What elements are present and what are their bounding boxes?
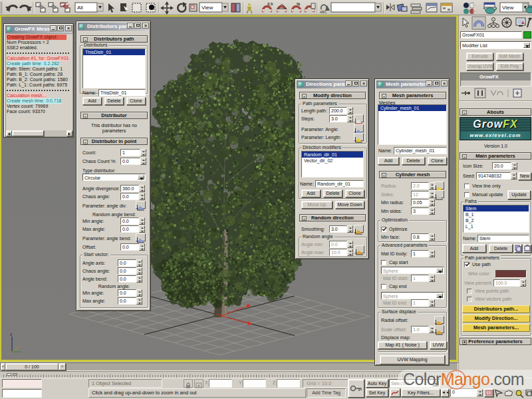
svg-text:All: All <box>77 5 83 11</box>
svg-text:%: % <box>297 2 301 6</box>
svg-text:View: View <box>502 5 513 11</box>
svg-text:z: z <box>10 332 13 336</box>
svg-text:View: View <box>201 5 213 11</box>
svg-text:2.5: 2.5 <box>267 2 273 6</box>
